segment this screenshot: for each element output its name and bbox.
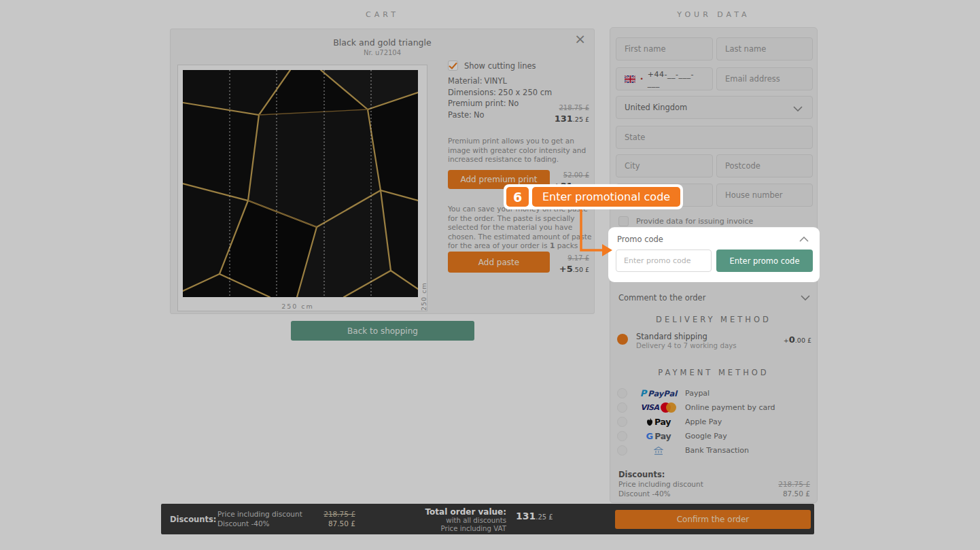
uk-flag-icon [625,75,635,83]
cutting-lines-label: Show cutting lines [464,61,536,71]
chevron-up-icon[interactable] [799,237,809,242]
chevron-down-icon [801,295,810,300]
payment-option-google-pay[interactable]: GPay Google Pay [617,430,811,443]
delivery-price: +0.00 £ [784,334,811,345]
cart-panel: × Black and gold triangle Nr. u72104 [170,29,595,314]
payment-method-header: PAYMENT METHOD [610,368,817,377]
invoice-checkbox-row[interactable]: Provide data for issuing invoice [618,216,753,226]
comment-label: Comment to the order [618,293,705,303]
width-dimension-label: 250 cm [178,303,417,310]
chevron-down-icon [793,106,803,111]
promo-code-label: Promo code [617,235,663,244]
house-number-field[interactable] [716,184,813,207]
bar-total-amount: 131.25 £ [516,509,553,522]
first-name-field[interactable] [616,37,713,61]
phone-field[interactable]: • +44-__-___-___ [616,67,713,90]
payment-option-label: Online payment by card [685,403,775,412]
detail-label: Paste: [448,110,472,120]
payment-option-paypal[interactable]: PPayPal Paypal [617,387,811,400]
payment-option-apple-pay[interactable]: Pay Apple Pay [617,415,811,429]
google-pay-logo-icon: GPay [637,430,680,443]
radio-selected-icon[interactable] [617,334,628,345]
payment-option-label: Bank Transaction [685,446,749,455]
order-summary-bar: Discounts: Price including discount Disc… [161,504,814,534]
payment-option-card[interactable]: VISA Online payment by card [617,401,811,415]
check-icon [449,62,457,69]
promo-code-input[interactable] [616,250,712,272]
invoice-label: Provide data for issuing invoice [636,217,753,226]
visa-mastercard-logo-icon: VISA [637,401,680,414]
state-field[interactable] [616,126,813,149]
item-new-price: 131 [555,114,573,124]
product-preview: 250 cm 250 cm [177,65,427,311]
your-data-section-header: YOUR DATA [610,10,818,19]
email-field[interactable] [716,67,813,90]
product-title: Black and gold triangle [171,37,594,48]
item-old-price: 218.75 £ [555,104,589,111]
add-paste-button[interactable]: Add paste [448,252,550,273]
customer-data-panel: • +44-__-___-___ United Kingdom Provide … [610,27,818,503]
show-cutting-lines-row: Show cutting lines [448,61,536,71]
city-field[interactable] [616,154,713,177]
apple-logo-icon [646,418,653,426]
cutting-lines-checkbox[interactable] [448,61,458,71]
enter-promo-code-button[interactable]: Enter promo code [716,250,813,272]
annotation-label: Enter promotional code [532,187,680,207]
bar-discount-labels: Price including discount Discount -40% [217,510,302,528]
bank-transfer-icon [637,444,680,457]
product-number: Nr. u72104 [171,49,594,56]
bar-discounts-title: Discounts: [170,515,216,524]
paste-price: 9.17 £ +5.50 £ [559,254,589,275]
product-image [183,70,418,297]
detail-value: No [508,99,519,108]
apple-pay-logo-icon: Pay [637,415,680,428]
detail-label: Material: [448,76,483,86]
country-value: United Kingdom [625,103,687,112]
promo-code-section: Promo code Enter promo code [608,228,820,282]
item-price: 218.75 £ 131.25 £ [555,104,589,124]
delivery-option-title: Standard shipping [636,332,707,341]
cart-section-header: CART [170,10,595,19]
checkout-page: CART YOUR DATA × Black and gold triangle… [0,0,980,550]
detail-value: VINYL [485,76,507,86]
bar-total-labels: Total order value: with all discounts Pr… [418,508,506,532]
last-name-field[interactable] [716,37,813,61]
confirm-order-button[interactable]: Confirm the order [615,510,811,529]
radio-button[interactable] [617,431,627,441]
radio-button[interactable] [617,388,627,398]
step-number: 6 [506,187,529,207]
detail-label: Premium print: [448,99,506,108]
height-dimension-label: 250 cm [420,65,427,311]
detail-value: No [474,110,485,120]
phone-country-dot: • [640,75,643,82]
back-to-shopping-button[interactable]: Back to shopping [291,321,474,341]
bar-discount-values: 218.75 £ 87.50 £ [294,510,355,528]
invoice-checkbox[interactable] [618,216,629,226]
comment-to-order-toggle[interactable]: Comment to the order [618,293,810,303]
delivery-method-header: DELIVERY METHOD [610,315,817,324]
discounts-title: Discounts: [618,470,810,479]
payment-option-label: Apple Pay [685,417,722,426]
discounts-summary: Discounts: Price including discount218.7… [618,470,810,498]
detail-value: 250 x 250 cm [498,88,552,97]
premium-print-description: Premium print allows you to get an image… [448,137,596,165]
delivery-option-subtitle: Delivery 4 to 7 working days [636,341,737,349]
paste-description: You can save your money on the paste for… [448,205,596,251]
radio-button[interactable] [617,445,627,456]
postcode-field[interactable] [716,154,813,177]
country-select[interactable]: United Kingdom [616,96,813,119]
payment-option-label: Google Pay [685,432,727,441]
paypal-logo-icon: PPayPal [637,387,680,400]
payment-option-bank-transfer[interactable]: Bank Transaction [617,444,811,458]
radio-button[interactable] [617,402,627,413]
payment-option-label: Paypal [685,389,710,398]
step-annotation: 6 Enter promotional code [504,184,683,209]
detail-label: Dimensions: [448,88,496,97]
radio-button[interactable] [617,417,627,427]
phone-value: +44-__-___-___ [648,70,704,88]
